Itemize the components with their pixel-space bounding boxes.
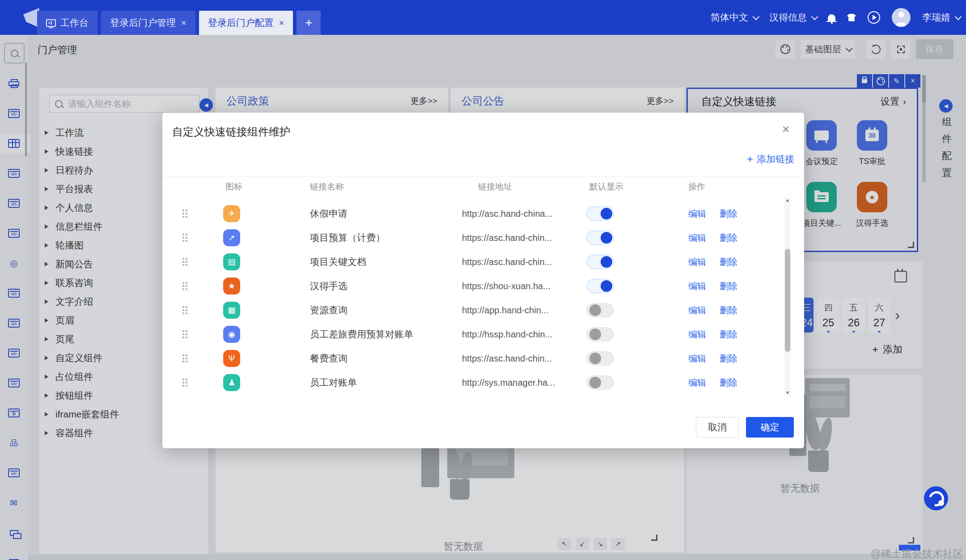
tenant-label: 汉得信息 — [769, 11, 807, 24]
delete-link[interactable]: 删除 — [720, 232, 737, 244]
link-name: 项目预算（计费） — [310, 232, 462, 244]
drag-handle-icon[interactable] — [182, 282, 188, 291]
chevron-down-icon — [811, 13, 818, 20]
edit-link[interactable]: 编辑 — [688, 256, 706, 268]
drag-handle-icon[interactable] — [182, 209, 188, 218]
modal-close-icon[interactable]: × — [782, 122, 790, 136]
delete-link[interactable]: 删除 — [720, 353, 737, 365]
cancel-button[interactable]: 取消 — [696, 417, 739, 438]
drag-handle-icon[interactable] — [182, 306, 188, 315]
app-window: 门户管理 基础图层 保存 请输入组件名称 工作流快速链接日程待办平台报表个人信息… — [0, 0, 966, 560]
drag-handle-icon[interactable] — [182, 378, 188, 387]
folder-icon: ▤ — [223, 253, 240, 270]
table-row: ◉员工差旅费用预算对账单http://hssp.hand-chin...编辑删除 — [180, 322, 777, 346]
link-url: https://asc.hand-chin... — [462, 257, 574, 267]
modal-title: 自定义快速链接组件维护 — [172, 125, 290, 139]
utensils-icon: Ψ — [223, 350, 240, 367]
tab-工作台[interactable]: 工作台 — [37, 11, 97, 35]
topbar-right: 简体中文 汉得信息 李瑞婧 — [711, 0, 960, 35]
add-link-label: 添加链接 — [757, 153, 794, 165]
edit-link[interactable]: 编辑 — [688, 280, 706, 292]
toggle-knob — [601, 280, 612, 292]
edit-link[interactable]: 编辑 — [688, 304, 706, 316]
monitor-icon — [46, 19, 56, 27]
user-avatar[interactable] — [892, 8, 911, 27]
link-name: 休假申请 — [310, 207, 462, 220]
table-body: ✈休假申请http://asc.hand-china...编辑删除↗项目预算（计… — [180, 202, 777, 395]
table-row: Ψ餐费查询https://asc.hand-chin...编辑删除 — [180, 346, 777, 371]
drag-handle-icon[interactable] — [182, 233, 188, 242]
table-row: ★汉得手选https://shou-xuan.ha...编辑删除 — [180, 274, 777, 298]
add-link-button[interactable]: + 添加链接 — [747, 153, 794, 165]
user-menu[interactable]: 李瑞婧 — [922, 11, 960, 24]
column-header-链接名称: 链接名称 — [310, 181, 462, 193]
user-name: 李瑞婧 — [922, 11, 950, 24]
confirm-label: 确定 — [761, 421, 780, 434]
confirm-button[interactable]: 确定 — [746, 417, 794, 438]
tab-登录后门户配置[interactable]: 登录后门户配置× — [199, 11, 293, 35]
delete-link[interactable]: 删除 — [720, 328, 737, 341]
column-header-图标: 图标 — [207, 181, 310, 193]
delete-link[interactable]: 删除 — [720, 377, 737, 389]
chart-icon: ↗ — [223, 229, 240, 246]
delete-link[interactable]: 删除 — [720, 304, 737, 316]
delete-link[interactable]: 删除 — [720, 256, 737, 268]
row-actions: 编辑删除 — [681, 328, 777, 341]
app-market-icon[interactable] — [847, 14, 856, 21]
table-row: ↗项目预算（计费）https://asc.hand-chin...编辑删除 — [180, 226, 777, 250]
table-header: 图标链接名称链接地址默认显示操作 — [180, 179, 777, 195]
link-name: 项目关键文档 — [310, 256, 462, 268]
drag-handle-icon[interactable] — [182, 354, 188, 363]
chat-fab-button[interactable] — [924, 486, 948, 510]
default-show-toggle[interactable] — [586, 327, 614, 341]
drag-handle-icon[interactable] — [182, 257, 188, 266]
notifications-bell-icon[interactable] — [828, 14, 835, 21]
row-actions: 编辑删除 — [681, 232, 777, 244]
default-show-toggle[interactable] — [586, 303, 614, 317]
table-scrollbar[interactable]: ▲ ▼ — [784, 198, 791, 395]
chevron-down-icon — [955, 13, 962, 20]
edit-link[interactable]: 编辑 — [688, 353, 706, 365]
scrollbar-thumb[interactable] — [785, 249, 790, 352]
link-url: http://sys.manager.ha... — [462, 378, 574, 388]
help-video-icon[interactable] — [868, 11, 880, 24]
edit-link[interactable]: 编辑 — [688, 377, 706, 389]
default-show-toggle[interactable] — [586, 255, 614, 269]
row-actions: 编辑删除 — [681, 280, 777, 292]
person-icon: ♟ — [223, 374, 240, 391]
default-show-toggle[interactable] — [586, 206, 614, 221]
delete-link[interactable]: 删除 — [720, 208, 737, 220]
drag-handle-icon[interactable] — [182, 330, 188, 339]
link-url: http://asc.hand-china... — [462, 209, 574, 219]
calculator-icon: ▦ — [223, 302, 240, 319]
toggle-knob — [601, 208, 612, 219]
link-name: 员工差旅费用预算对账单 — [310, 328, 462, 341]
edit-link[interactable]: 编辑 — [688, 208, 706, 220]
row-actions: 编辑删除 — [681, 353, 777, 365]
car-icon: ◉ — [223, 326, 240, 343]
row-actions: 编辑删除 — [681, 377, 777, 389]
hand-star-icon: ★ — [223, 278, 240, 295]
default-show-toggle[interactable] — [586, 231, 614, 245]
edit-link[interactable]: 编辑 — [688, 328, 706, 341]
edit-link[interactable]: 编辑 — [688, 232, 706, 244]
delete-link[interactable]: 删除 — [720, 280, 737, 292]
link-url: https://shou-xuan.ha... — [462, 281, 574, 291]
default-show-toggle[interactable] — [586, 375, 614, 390]
language-label: 简体中文 — [711, 11, 748, 24]
tab-label: 工作台 — [60, 17, 89, 29]
link-url: https://asc.hand-chin... — [462, 354, 574, 364]
toggle-knob — [589, 377, 601, 388]
tab-label: 登录后门户配置 — [208, 17, 274, 29]
language-selector[interactable]: 简体中文 — [711, 11, 758, 24]
close-tab-icon[interactable]: × — [279, 18, 284, 28]
link-name: 汉得手选 — [310, 280, 462, 292]
tab-登录后门户管理[interactable]: 登录后门户管理× — [101, 11, 195, 35]
default-show-toggle[interactable] — [586, 279, 614, 293]
link-url: http://app.hand-chin... — [462, 305, 574, 316]
link-url: https://asc.hand-chin... — [462, 233, 574, 243]
new-tab-button[interactable]: + — [297, 11, 321, 35]
default-show-toggle[interactable] — [586, 351, 614, 366]
close-tab-icon[interactable]: × — [181, 18, 186, 28]
tenant-selector[interactable]: 汉得信息 — [769, 11, 816, 24]
